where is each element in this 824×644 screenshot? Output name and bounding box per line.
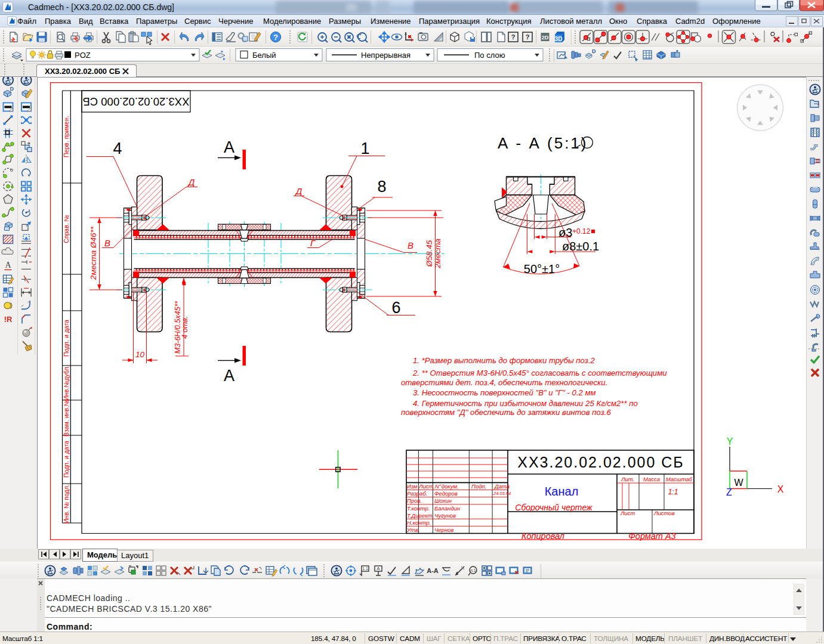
svg-text:Ø58.45: Ø58.45 <box>425 240 434 267</box>
svg-text:50°±1°: 50°±1° <box>524 262 560 275</box>
svg-text:Подп.: Подп. <box>471 483 486 490</box>
svg-text:N°докум.: N°докум. <box>435 483 459 490</box>
svg-text:4 отв.: 4 отв. <box>181 316 189 339</box>
svg-text:Масштаб: Масштаб <box>666 476 693 482</box>
svg-text:X: X <box>777 484 784 494</box>
svg-text:А - А (5:1): А - А (5:1) <box>498 134 588 152</box>
svg-text:ø3: ø3 <box>558 226 572 239</box>
svg-text:Подп. и дата: Подп. и дата <box>63 441 70 478</box>
svg-text:1:1: 1:1 <box>668 488 678 496</box>
svg-text:Инв. № подл.: Инв. № подл. <box>63 484 70 523</box>
svg-text:Дата: Дата <box>494 483 510 490</box>
svg-text:3. Несоостность поверхностей ": 3. Несоостность поверхностей "В" и "Г" -… <box>413 388 596 397</box>
svg-text:Н.контр.: Н.контр. <box>407 519 431 526</box>
svg-text:В: В <box>104 238 110 248</box>
svg-text:ø8±0.1: ø8±0.1 <box>562 240 599 253</box>
svg-text:Подп. и дата: Подп. и дата <box>63 320 70 357</box>
svg-text:Формат А3: Формат А3 <box>628 531 675 541</box>
svg-text:1. *Размер выполнить до формов: 1. *Размер выполнить до формовки трубы п… <box>413 356 595 365</box>
svg-text:2места: 2места <box>433 239 442 269</box>
svg-text:3D: 3D <box>555 36 563 42</box>
svg-text:отверстиями дет. поз.4, обеспе: отверстиями дет. поз.4, обеспечить техно… <box>401 378 607 387</box>
svg-text:Лист: Лист <box>620 510 635 516</box>
svg-text:W: W <box>734 478 743 488</box>
svg-text:?: ? <box>273 33 278 42</box>
svg-text:+0.12: +0.12 <box>572 227 591 236</box>
svg-text:2D: 2D <box>542 35 549 41</box>
svg-text:Баландин: Баландин <box>434 505 461 512</box>
svg-text:Изм: Изм <box>407 483 418 490</box>
svg-text:Д: Д <box>295 186 303 196</box>
svg-text:ХХ3.20.02.02.000 СБ: ХХ3.20.02.02.000 СБ <box>83 95 190 108</box>
svg-text:Чернов: Чернов <box>434 527 453 533</box>
svg-text:Layout1: Layout1 <box>121 551 149 560</box>
svg-text:Копировал: Копировал <box>521 531 564 541</box>
svg-text:ХХ3.20.02.02.000 СБ: ХХ3.20.02.02.000 СБ <box>517 454 684 470</box>
svg-text:Y: Y <box>727 436 733 447</box>
svg-text:Д: Д <box>187 177 195 187</box>
svg-text:Сборочный чертеж: Сборочный чертеж <box>515 503 593 512</box>
svg-text:Пров.: Пров. <box>407 497 422 504</box>
svg-text:Модель: Модель <box>87 550 117 559</box>
svg-text:В: В <box>408 240 413 250</box>
svg-text:D: D <box>10 86 14 92</box>
svg-text:D: D <box>592 48 596 54</box>
svg-text:2. ** Отверстия М3-6Н/0.5х45°: 2. ** Отверстия М3-6Н/0.5х45° согласоват… <box>412 369 667 377</box>
svg-text:Инв.№дубл.: Инв.№дубл. <box>63 365 70 400</box>
svg-text:А: А <box>224 138 234 156</box>
svg-text:24.03.04: 24.03.04 <box>493 491 511 496</box>
svg-text:Перв. примен.: Перв. примен. <box>63 116 70 157</box>
svg-text:?: ? <box>511 33 516 41</box>
svg-text:!R: !R <box>4 315 13 324</box>
svg-text:8: 8 <box>377 178 386 196</box>
svg-text:Взам. инв.№: Взам. инв.№ <box>63 400 70 436</box>
svg-text:POZ: POZ <box>75 51 91 60</box>
svg-text:Масса: Масса <box>643 476 660 482</box>
svg-text:Чугунов: Чугунов <box>434 512 456 519</box>
svg-text:A-A: A-A <box>427 567 439 574</box>
svg-text:1: 1 <box>360 140 369 157</box>
svg-text:Справ. №: Справ. № <box>63 215 70 243</box>
svg-text:n.1: n.1 <box>470 568 476 572</box>
svg-text:Утв.: Утв. <box>406 527 420 533</box>
svg-text:10: 10 <box>135 350 145 359</box>
svg-text:4: 4 <box>113 140 122 157</box>
svg-text:А: А <box>224 367 234 385</box>
svg-text:A: A <box>5 261 11 270</box>
svg-text:1.1: 1.1 <box>362 566 368 571</box>
svg-text:Т.Директ.: Т.Директ. <box>407 512 434 519</box>
svg-text:Z: Z <box>726 487 732 497</box>
svg-text:Разраб.: Разраб. <box>407 490 427 497</box>
svg-text:A: A <box>376 566 380 571</box>
svg-text:По слою: По слою <box>474 51 505 60</box>
svg-text:?: ? <box>526 33 530 41</box>
svg-text:Федоров: Федоров <box>434 490 458 497</box>
svg-text:4. Герметичность при избыточно: 4. Герметичность при избыточном давлении… <box>413 399 638 408</box>
svg-text:6: 6 <box>391 299 400 317</box>
svg-text:2места Ø46**: 2места Ø46** <box>89 226 98 280</box>
svg-text:Лит.: Лит. <box>621 476 634 482</box>
svg-text:Шохин: Шохин <box>434 497 452 504</box>
svg-text:Белый: Белый <box>252 51 276 60</box>
svg-text:Т.контр.: Т.контр. <box>407 505 430 512</box>
svg-text:поверхностям "Д" обеспечить до: поверхностям "Д" обеспечить до затяжки в… <box>401 408 611 417</box>
svg-text:Лист.: Лист. <box>418 483 435 490</box>
svg-text:Листов: Листов <box>653 510 675 516</box>
svg-text:Канал: Канал <box>545 485 579 498</box>
svg-text:Непрерывная: Непрерывная <box>361 51 411 60</box>
